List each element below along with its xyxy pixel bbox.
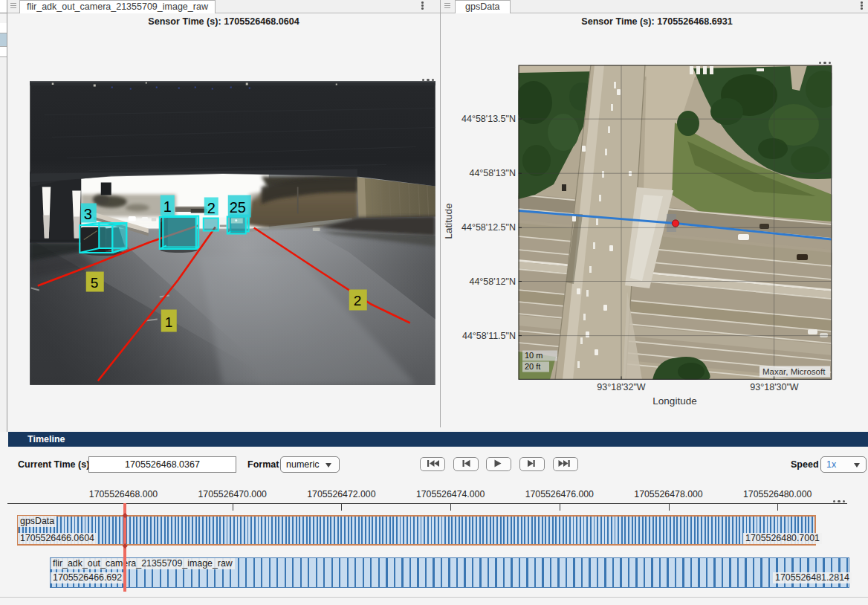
svg-text:10 m: 10 m <box>525 351 542 360</box>
svg-text:3: 3 <box>84 206 92 222</box>
svg-text:20 ft: 20 ft <box>525 362 540 371</box>
svg-text:25: 25 <box>230 199 246 216</box>
svg-text:2: 2 <box>354 293 362 308</box>
svg-text:1: 1 <box>165 314 173 330</box>
svg-text:2: 2 <box>207 200 216 216</box>
svg-text:Maxar, Microsoft: Maxar, Microsoft <box>762 367 826 376</box>
svg-text:1: 1 <box>163 198 172 215</box>
svg-text:5: 5 <box>91 275 99 291</box>
